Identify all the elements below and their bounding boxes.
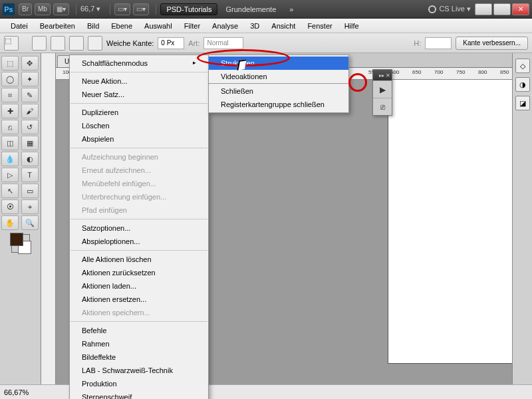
bridge-button[interactable]: Br bbox=[19, 3, 32, 15]
menu-item: Aktionen speichern... bbox=[70, 306, 208, 319]
3d-tool[interactable]: ⦿ bbox=[1, 200, 19, 214]
menu-hilfe[interactable]: Hilfe bbox=[339, 20, 364, 32]
app-logo: Ps bbox=[3, 3, 15, 15]
feather-input[interactable]: 0 Px bbox=[158, 37, 184, 49]
cslive-dropdown[interactable]: CS Live ▾ bbox=[439, 5, 471, 13]
menu-filter[interactable]: Filter bbox=[179, 20, 205, 32]
menu-item[interactable]: Rahmen bbox=[70, 337, 208, 350]
actions-tool-icon[interactable]: ⎚ bbox=[373, 98, 392, 115]
brush-tool[interactable]: 🖌 bbox=[21, 104, 39, 118]
hand-tool[interactable]: ✋ bbox=[1, 215, 19, 230]
actions-panel-collapsed[interactable]: ▸▸ ✕ ▶ ⎚ bbox=[372, 69, 392, 116]
swatches-panel-icon[interactable]: ◇ bbox=[515, 59, 530, 73]
ruler-vertical bbox=[41, 53, 56, 384]
layers-panel-icon[interactable]: ◪ bbox=[515, 96, 530, 110]
shape-tool[interactable]: ▭ bbox=[21, 184, 39, 198]
type-tool[interactable]: T bbox=[21, 168, 39, 182]
gradient-tool[interactable]: ▦ bbox=[21, 136, 39, 150]
menu-item[interactable]: Produktion bbox=[70, 377, 208, 390]
status-zoom[interactable]: 66,67% bbox=[4, 388, 29, 396]
zoom-tool[interactable]: 🔍 bbox=[21, 215, 39, 230]
tool-preset-icon[interactable]: ⬚ bbox=[4, 36, 19, 51]
sel-int-icon[interactable] bbox=[88, 36, 102, 51]
3dcam-tool[interactable]: ⌖ bbox=[21, 200, 39, 214]
menu-ebene[interactable]: Ebene bbox=[106, 20, 138, 32]
menu-item[interactable]: Befehle bbox=[70, 324, 208, 337]
feather-label: Weiche Kante: bbox=[106, 39, 154, 47]
menu-auswahl[interactable]: Auswahl bbox=[139, 20, 178, 32]
menu-item[interactable]: Neuer Satz... bbox=[70, 88, 208, 101]
menu-datei[interactable]: Datei bbox=[5, 20, 33, 32]
workspace-active[interactable]: PSD-Tutorials bbox=[160, 3, 217, 15]
arrange-button[interactable]: ▦▾ bbox=[53, 3, 69, 15]
menu-item[interactable]: Schaltflächenmodus bbox=[70, 57, 208, 70]
cslive-icon bbox=[428, 5, 436, 13]
tools-panel: ⬚✥ ◯✦ ⌗✎ ✚🖌 ⎌↺ ◫▦ 💧◐ ▷T ↖▭ ⦿⌖ ✋🔍 bbox=[0, 53, 41, 384]
submenu-item[interactable]: Schließen bbox=[209, 84, 348, 98]
options-bar: ⬚ Weiche Kante: 0 Px Art: Normal H: Kant… bbox=[0, 33, 532, 53]
eyedrop-tool[interactable]: ✎ bbox=[21, 88, 39, 102]
view-extras-button[interactable]: ▭▾ bbox=[114, 3, 130, 15]
height-label: H: bbox=[414, 39, 421, 47]
refine-edge-button[interactable]: Kante verbessern... bbox=[456, 37, 528, 50]
style-label: Art: bbox=[188, 39, 200, 47]
submenu-item[interactable]: Strukturen bbox=[209, 57, 348, 70]
submenu-item[interactable]: Videoaktionen bbox=[209, 70, 348, 83]
eraser-tool[interactable]: ◫ bbox=[1, 136, 19, 150]
style-select[interactable]: Normal bbox=[203, 37, 243, 49]
window-maximize[interactable]: ☐ bbox=[493, 3, 511, 15]
minibridge-button[interactable]: Mb bbox=[35, 3, 51, 15]
menu-item[interactable]: Löschen bbox=[70, 119, 208, 132]
actions-play-icon[interactable]: ▶ bbox=[373, 80, 392, 98]
window-close[interactable]: ✕ bbox=[512, 3, 529, 15]
menu-3d[interactable]: 3D bbox=[245, 20, 265, 32]
menu-item[interactable]: Alle Aktionen löschen bbox=[70, 253, 208, 266]
color-panel-icon[interactable]: ◑ bbox=[515, 77, 530, 92]
workspace-more[interactable]: » bbox=[284, 4, 299, 15]
wand-tool[interactable]: ✦ bbox=[21, 72, 39, 86]
workspace-inactive[interactable]: Grundelemente bbox=[220, 4, 281, 15]
stamp-tool[interactable]: ⎌ bbox=[1, 120, 19, 134]
blur-tool[interactable]: 💧 bbox=[1, 152, 19, 166]
menu-item[interactable]: Abspielen bbox=[70, 132, 208, 146]
menu-item[interactable]: Sternenschweif bbox=[70, 390, 208, 399]
menu-item[interactable]: Duplizieren bbox=[70, 106, 208, 119]
move-tool[interactable]: ✥ bbox=[21, 56, 39, 70]
menu-bild[interactable]: Bild bbox=[82, 20, 104, 32]
menu-item: Unterbrechung einfügen... bbox=[70, 190, 208, 203]
lasso-tool[interactable]: ◯ bbox=[1, 72, 19, 86]
sel-add-icon[interactable] bbox=[51, 36, 65, 51]
menu-item[interactable]: Bildeffekte bbox=[70, 350, 208, 364]
height-input[interactable] bbox=[425, 37, 452, 49]
menu-item[interactable]: Neue Aktion... bbox=[70, 74, 208, 88]
pen-tool[interactable]: ▷ bbox=[1, 168, 19, 182]
right-panel-dock: ◇ ◑ ◪ bbox=[512, 53, 532, 384]
menu-analyse[interactable]: Analyse bbox=[207, 20, 243, 32]
window-minimize[interactable]: ─ bbox=[475, 3, 492, 15]
submenu-item[interactable]: Registerkartengruppe schließen bbox=[209, 98, 348, 111]
color-swatches[interactable] bbox=[11, 234, 30, 253]
menu-item[interactable]: Abspieloptionen... bbox=[70, 235, 208, 248]
menu-fenster[interactable]: Fenster bbox=[302, 20, 337, 32]
menu-item[interactable]: Aktionen zurücksetzen bbox=[70, 266, 208, 279]
sel-new-icon[interactable] bbox=[32, 36, 47, 51]
sel-sub-icon[interactable] bbox=[69, 36, 84, 51]
menu-item[interactable]: Aktionen ersetzen... bbox=[70, 293, 208, 306]
marquee-tool[interactable]: ⬚ bbox=[1, 56, 19, 70]
menu-ansicht[interactable]: Ansicht bbox=[266, 20, 301, 32]
history-tool[interactable]: ↺ bbox=[21, 120, 39, 134]
menu-bearbeiten[interactable]: Bearbeiten bbox=[35, 20, 80, 32]
actions-flyout-submenu: StrukturenVideoaktionenSchließenRegister… bbox=[208, 55, 349, 113]
canvas[interactable] bbox=[388, 80, 512, 363]
screenmode-button[interactable]: ▭▾ bbox=[133, 3, 149, 15]
menu-item[interactable]: Aktionen laden... bbox=[70, 279, 208, 293]
actions-panel-header[interactable]: ▸▸ ✕ bbox=[373, 70, 392, 80]
menu-item[interactable]: LAB - Schwarzweiß-Technik bbox=[70, 364, 208, 377]
path-tool[interactable]: ↖ bbox=[1, 184, 19, 198]
crop-tool[interactable]: ⌗ bbox=[1, 88, 19, 102]
menu-item[interactable]: Satzoptionen... bbox=[70, 221, 208, 235]
actions-flyout-menu: SchaltflächenmodusNeue Aktion...Neuer Sa… bbox=[69, 55, 209, 399]
heal-tool[interactable]: ✚ bbox=[1, 104, 19, 118]
dodge-tool[interactable]: ◐ bbox=[21, 152, 39, 166]
zoom-dropdown[interactable]: 66,7 ▾ bbox=[80, 5, 100, 13]
